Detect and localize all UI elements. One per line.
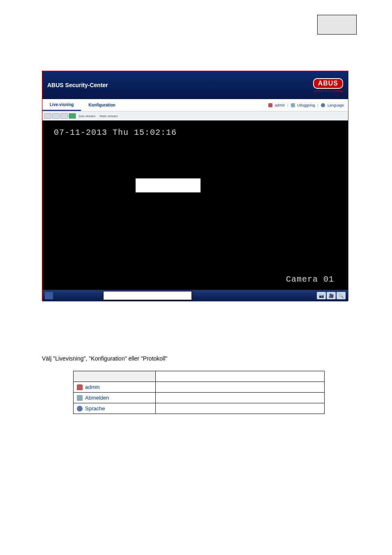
brand-logo: ABUS Security Tech Germany <box>313 78 343 92</box>
overlay-box <box>135 178 201 193</box>
zoom-icon[interactable]: 🔍 <box>337 292 346 299</box>
table-cell-admin: admin <box>74 382 156 393</box>
brand-logo-sub: Security Tech Germany <box>313 90 343 92</box>
cell-label: admin <box>85 384 99 390</box>
separator: | <box>287 103 288 107</box>
info-table: admin Abmelden Sprache <box>73 371 325 414</box>
brand-logo-text: ABUS <box>313 78 343 89</box>
cell-label: Abmelden <box>85 395 109 401</box>
app-title: ABUS Security-Center <box>47 82 108 88</box>
table-cell-right <box>156 382 325 393</box>
video-footer: 📷 🎥 🔍 <box>42 290 348 301</box>
app-title-rest: Security-Center <box>65 82 108 88</box>
table-header-left <box>74 371 156 382</box>
main-stream-btn[interactable]: Main stream <box>98 114 119 118</box>
globe-icon <box>77 406 83 412</box>
logout-icon <box>291 103 295 107</box>
stop-button[interactable] <box>45 292 53 299</box>
app-header: ABUS Security-Center ABUS Security Tech … <box>42 71 348 99</box>
page-number-box <box>317 15 357 35</box>
table-row: Sprache <box>74 403 325 414</box>
snapshot-icon[interactable]: 📷 <box>317 292 326 299</box>
caption-text: Välj "Livevisning", "Konfiguration" elle… <box>42 355 167 362</box>
stream-toolbar: Sub-stream Main stream <box>42 111 348 120</box>
sub-stream-btn[interactable]: Sub-stream <box>77 114 97 118</box>
layout-btn-3[interactable] <box>60 113 68 119</box>
logout-link[interactable]: Utloggning <box>297 103 315 107</box>
layout-btn-2[interactable] <box>52 113 60 119</box>
globe-icon <box>321 103 325 107</box>
header-right-links: admin | Utloggning | Language <box>268 103 348 107</box>
app-screenshot: ABUS Security-Center ABUS Security Tech … <box>42 71 348 301</box>
camera-label: Camera 01 <box>286 275 334 284</box>
app-title-bold: ABUS <box>47 82 64 88</box>
table-row: admin <box>74 382 325 393</box>
layout-btn-1[interactable] <box>44 113 51 119</box>
video-timestamp: 07-11-2013 Thu 15:02:16 <box>54 128 177 137</box>
tab-bar: Live-visning Konfiguration admin | Utlog… <box>42 99 348 111</box>
table-row: Abmelden <box>74 393 325 403</box>
user-label: admin <box>275 103 285 107</box>
table-cell-abmelden: Abmelden <box>74 393 156 403</box>
table-cell-right <box>156 403 325 414</box>
language-link[interactable]: Language <box>327 103 344 107</box>
tab-konfiguration[interactable]: Konfiguration <box>81 99 123 111</box>
user-icon <box>268 103 272 107</box>
record-icon[interactable]: 🎥 <box>327 292 336 299</box>
tab-live-visning[interactable]: Live-visning <box>42 99 81 111</box>
logout-icon <box>77 395 83 401</box>
table-header-right <box>156 371 325 382</box>
video-area: 07-11-2013 Thu 15:02:16 Camera 01 <box>42 120 348 290</box>
layout-btn-4[interactable] <box>69 113 76 119</box>
cell-label: Sprache <box>85 405 105 412</box>
user-icon <box>77 384 83 390</box>
separator: | <box>318 103 318 107</box>
table-cell-right <box>156 393 325 403</box>
footer-right-icons: 📷 🎥 🔍 <box>317 292 346 299</box>
footer-overlay-box <box>103 291 192 300</box>
table-cell-sprache: Sprache <box>74 403 156 414</box>
